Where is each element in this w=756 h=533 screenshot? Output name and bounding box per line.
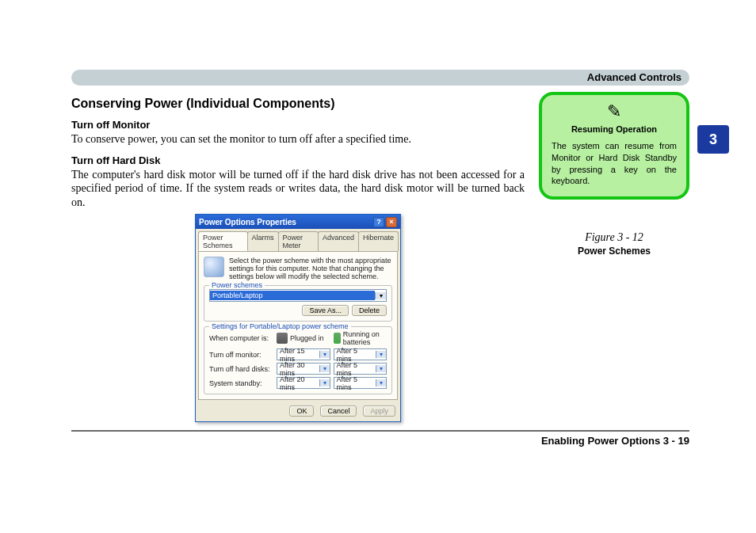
page-footer: Enabling Power Options 3 - 19 <box>71 435 689 447</box>
power-schemes-fieldset: Power schemes Portable/Laptop ▾ Save As.… <box>204 285 392 322</box>
power-scheme-dropdown[interactable]: Portable/Laptop ▾ <box>209 289 387 302</box>
dialog-tabs: Power Schemes Alarms Power Meter Advance… <box>196 229 400 251</box>
battery-icon <box>334 333 341 344</box>
figure-number: Figure 3 - 12 <box>539 231 689 244</box>
info-row: Select the power scheme with the most ap… <box>204 257 392 280</box>
fieldset-legend: Power schemes <box>209 281 265 289</box>
chevron-down-icon: ▾ <box>376 365 386 372</box>
help-button[interactable]: ? <box>373 217 384 227</box>
chapter-thumb-tab: 3 <box>697 125 729 154</box>
tab-hibernate[interactable]: Hibernate <box>358 231 399 251</box>
row-label: Turn off monitor: <box>209 351 273 359</box>
subsection-heading: Turn off Monitor <box>71 119 525 131</box>
tab-power-meter[interactable]: Power Meter <box>278 231 319 251</box>
monitor-plugged-dropdown[interactable]: After 15 mins▾ <box>277 348 330 360</box>
figure-caption: Figure 3 - 12 Power Schemes <box>539 231 689 257</box>
plugged-in-label: Plugged in <box>290 334 324 342</box>
monitor-battery-dropdown[interactable]: After 5 mins▾ <box>334 348 388 360</box>
settings-grid: When computer is: Plugged in Running on … <box>209 330 387 389</box>
side-column: ✎ Resuming Operation The system can resu… <box>539 92 689 422</box>
grid-label: When computer is: <box>209 334 273 342</box>
tab-alarms[interactable]: Alarms <box>247 231 279 251</box>
on-batteries-label: Running on batteries <box>343 330 387 346</box>
embedded-screenshot: Power Options Properties ? × Power Schem… <box>71 214 525 422</box>
chevron-down-icon: ▾ <box>376 379 386 386</box>
battery-monitor-icon <box>204 257 224 277</box>
cancel-button[interactable]: Cancel <box>320 405 357 417</box>
settings-fieldset: Settings for Portable/Laptop power schem… <box>204 326 392 394</box>
tab-power-schemes[interactable]: Power Schemes <box>198 231 248 251</box>
callout-body: The system can resume from Monitor or Ha… <box>552 140 677 187</box>
apply-button[interactable]: Apply <box>363 405 395 417</box>
row-label: System standby: <box>209 379 273 387</box>
dropdown-value: After 30 mins <box>277 361 319 377</box>
figure-title: Power Schemes <box>539 246 689 257</box>
manual-page: Advanced Controls 3 Conserving Power (In… <box>71 70 689 447</box>
pencil-icon: ✎ <box>552 103 677 120</box>
dropdown-value: After 15 mins <box>277 347 319 363</box>
dropdown-value: After 5 mins <box>334 347 376 363</box>
chevron-down-icon: ▾ <box>319 351 330 358</box>
chevron-down-icon: ▾ <box>319 365 330 372</box>
dropdown-value: After 5 mins <box>334 375 376 391</box>
plugged-in-header: Plugged in <box>277 333 330 344</box>
tip-callout: ✎ Resuming Operation The system can resu… <box>539 92 689 200</box>
tab-body: Select the power scheme with the most ap… <box>198 251 398 400</box>
ok-button[interactable]: OK <box>289 405 314 417</box>
delete-button[interactable]: Delete <box>352 305 387 316</box>
page-heading: Conserving Power (Individual Components) <box>71 97 525 111</box>
footer-rule <box>71 430 689 432</box>
standby-plugged-dropdown[interactable]: After 20 mins▾ <box>277 377 330 389</box>
content-row: Conserving Power (Individual Components)… <box>71 92 689 422</box>
row-label: Turn off hard disks: <box>209 365 273 373</box>
save-as-button[interactable]: Save As... <box>302 305 349 316</box>
dialog-titlebar: Power Options Properties ? × <box>196 215 400 229</box>
main-column: Conserving Power (Individual Components)… <box>71 92 525 422</box>
power-scheme-selected: Portable/Laptop <box>210 291 375 300</box>
chevron-down-icon: ▾ <box>376 351 386 358</box>
dropdown-value: After 5 mins <box>334 361 376 377</box>
callout-title: Resuming Operation <box>552 124 677 135</box>
chevron-down-icon: ▾ <box>375 292 386 299</box>
power-options-dialog: Power Options Properties ? × Power Schem… <box>195 214 401 422</box>
plug-icon <box>277 333 288 344</box>
subsection-heading: Turn off Hard Disk <box>71 154 525 166</box>
dropdown-value: After 20 mins <box>277 375 319 391</box>
header-bar: Advanced Controls <box>71 70 689 86</box>
hdd-plugged-dropdown[interactable]: After 30 mins▾ <box>277 363 330 375</box>
dialog-footer: OK Cancel Apply <box>196 402 400 421</box>
on-batteries-header: Running on batteries <box>334 330 388 346</box>
close-button[interactable]: × <box>386 217 397 227</box>
chevron-down-icon: ▾ <box>319 379 330 386</box>
standby-battery-dropdown[interactable]: After 5 mins▾ <box>334 377 388 389</box>
body-paragraph: The computer's hard disk motor will be t… <box>71 168 525 210</box>
tab-advanced[interactable]: Advanced <box>318 231 359 251</box>
body-paragraph: To conserve power, you can set the monit… <box>71 132 525 147</box>
hdd-battery-dropdown[interactable]: After 5 mins▾ <box>334 363 388 375</box>
dialog-title: Power Options Properties <box>199 218 296 227</box>
section-title: Advanced Controls <box>587 71 682 83</box>
info-text: Select the power scheme with the most ap… <box>229 257 392 280</box>
fieldset-legend: Settings for Portable/Laptop power schem… <box>209 322 351 330</box>
